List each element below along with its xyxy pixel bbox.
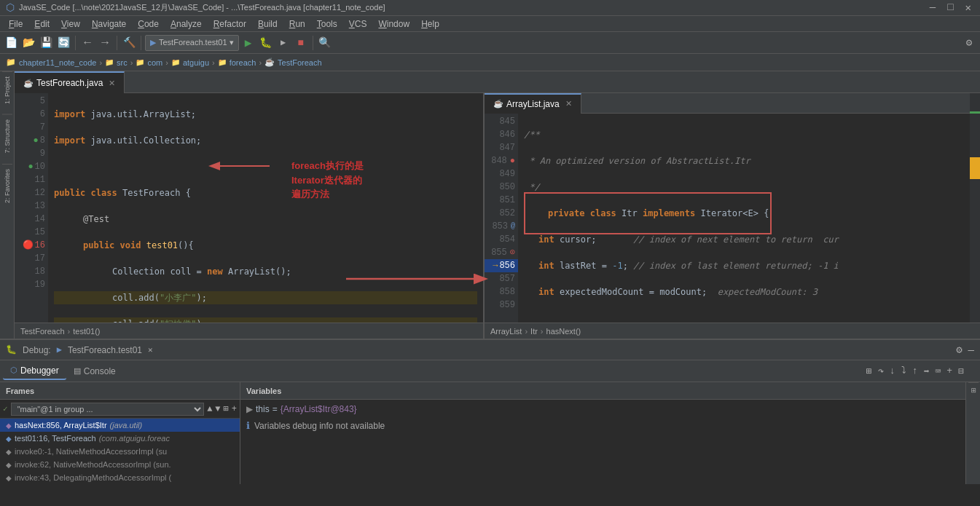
rcode-850: int lastRet = -1; // index of last eleme… [524,259,964,272]
maximize-button[interactable]: □ [944,1,956,14]
debug-label: Debug: [23,345,51,355]
frame-item-invoke43[interactable]: ◆ invoke:43, DelegatingMethodAccessorImp… [0,471,240,484]
app-icon: ⬡ [6,1,15,14]
breadcrumb-icon-foreach: 📁 [218,58,227,66]
gutter-5: 5 [15,95,48,108]
breadcrumb-testforeach[interactable]: TestForeach [278,58,322,67]
gutter-859: 859 [485,299,518,312]
menu-run[interactable]: Run [283,17,311,31]
title-controls[interactable]: — □ ✕ [927,1,974,14]
rcode-849: int cursor; // index of next element to … [524,233,964,246]
frame-item-hasnext[interactable]: ◆ hasNext:856, ArrayList$Itr (java.util) [0,419,240,432]
frames-list: ◆ hasNext:856, ArrayList$Itr (java.util)… [0,419,240,484]
breadcrumb-atguigu[interactable]: atguigu [183,58,209,67]
frame-item-invoke62[interactable]: ◆ invoke:62, NativeMethodAccessorImpl (s… [0,458,240,471]
debug-show-frames-btn[interactable]: ⊞ [863,364,875,379]
toolbar-sync-btn[interactable]: 🔄 [55,35,71,51]
breadcrumb-src[interactable]: src [117,58,128,67]
frames-nav-down[interactable]: ▼ [215,404,220,414]
tab-testforeach[interactable]: ☕ TestForeach.java ✕ [15,71,125,93]
debug-step-out-btn[interactable]: ↑ [909,364,921,378]
toolbar-build-btn[interactable]: 🔨 [121,35,137,51]
toolbar-sep1 [75,36,76,50]
toolbar: 📄 📂 💾 🔄 ← → 🔨 ▶ TestForeach.test01 ▾ ▶ 🐛… [0,32,980,54]
title-left: ⬡ JavaSE_Code [...\note\2021JavaSE_12月\J… [6,1,385,14]
toolbar-search-btn[interactable]: 🔍 [317,35,333,51]
debug-right-tab[interactable]: ⊞ [968,382,979,398]
tab-arraylist-close[interactable]: ✕ [565,99,572,108]
toolbar-forward-btn[interactable]: → [97,35,113,51]
menu-help[interactable]: Help [415,17,445,31]
gutter-16: 🔴16 [15,239,48,252]
debug-step-into-my-btn[interactable]: ⤵ [898,364,909,378]
stop-btn[interactable]: ■ [293,35,309,51]
frames-add-btn[interactable]: + [232,404,237,414]
var-this[interactable]: ▶ this = {ArrayList$Itr@843} [246,403,960,416]
debug-run-label[interactable]: TestForeach.test01 [68,345,142,355]
debug-evaluate-btn[interactable]: ⌨ [933,364,944,379]
debug-step-into-btn[interactable]: ↓ [887,364,898,378]
menu-navigate[interactable]: Navigate [86,17,132,31]
code-line-7 [54,160,477,173]
gutter-851: 851 [485,194,518,207]
menu-vcs[interactable]: VCS [343,17,373,31]
menu-refactor[interactable]: Refactor [208,17,252,31]
debug-icon: 🐛 [6,344,17,355]
left-code-breadcrumb: TestForeach › test01() [15,323,483,339]
minimize-button[interactable]: — [927,1,938,14]
frames-filter-btn[interactable]: ⊞ [224,403,229,414]
menu-window[interactable]: Window [372,17,415,31]
toolbar-new-btn[interactable]: 📄 [3,35,19,51]
breadcrumb-foreach[interactable]: foreach [230,58,256,67]
left-code-content[interactable]: import java.util.ArrayList; import java.… [48,93,483,323]
debug-header: 🐛 Debug: ▶ TestForeach.test01 ✕ ⚙ — [0,340,980,360]
run-btn[interactable]: ▶ [240,35,256,51]
breadcrumb-chapter11[interactable]: chapter11_note_code [19,58,96,67]
debug-restore-layout-btn[interactable]: ⊟ [955,364,967,379]
left-gutter: 5 6 7 ●8 9 ●10 11 12 13 14 15 🔴16 17 18 [15,93,48,323]
vars-panel: Variables ▶ this = {ArrayList$Itr@843} ℹ… [240,382,965,484]
frames-nav-up[interactable]: ▲ [207,404,212,414]
frame-item-test01[interactable]: ◆ test01:16, TestForeach (com.atguigu.fo… [0,432,240,445]
toolbar-save-btn[interactable]: 💾 [38,35,54,51]
menu-analyze[interactable]: Analyze [165,17,208,31]
vars-content: ▶ this = {ArrayList$Itr@843} ℹ Variables… [240,400,965,484]
debug-btn[interactable]: 🐛 [258,35,274,51]
close-button[interactable]: ✕ [963,1,974,14]
menu-file[interactable]: File [3,17,28,31]
tab-arraylist[interactable]: ☕ ArrayList.java ✕ [485,93,581,114]
breadcrumb-icon-file: ☕ [264,58,275,67]
toolbar-open-btn[interactable]: 📂 [20,35,36,51]
gutter-846: 846 [485,128,518,141]
menu-build[interactable]: Build [252,17,283,31]
debug-run-cursor-btn[interactable]: ➡ [921,364,933,379]
project-tab[interactable]: 1: Project [2,71,12,108]
run-coverage-btn[interactable]: ▶ [275,35,291,51]
toolbar-back-btn[interactable]: ← [79,35,95,51]
thread-dropdown[interactable]: "main"@1 in group ... [11,403,205,416]
gutter-847: 847 [485,141,518,154]
debug-add-watch-btn[interactable]: + [944,364,955,378]
debug-tab-debugger[interactable]: ⬡ Debugger [3,363,66,380]
menu-view[interactable]: View [55,17,86,31]
toolbar-sep4 [313,36,313,50]
gutter-15: 15 [15,226,48,239]
debug-tab-console[interactable]: ▤ Console [66,363,123,379]
menu-tools[interactable]: Tools [311,17,343,31]
right-scrollbar[interactable] [970,114,980,323]
tab-testforeach-close[interactable]: ✕ [109,79,115,88]
debug-minimize-btn[interactable]: — [968,344,974,356]
structure-tab[interactable]: 7: Structure [2,114,12,158]
debug-settings-btn[interactable]: ⚙ [956,344,962,356]
gutter-858: 858 [485,285,518,299]
menu-code[interactable]: Code [132,17,165,31]
var-expand-icon[interactable]: ▶ [246,404,253,414]
frame-item-invoke0[interactable]: ◆ invoke0:-1, NativeMethodAccessorImpl (… [0,445,240,458]
right-code-content[interactable]: /** * An optimized version of AbstractLi… [518,114,970,323]
run-config-dropdown[interactable]: ▶ TestForeach.test01 ▾ [145,35,239,51]
favorites-tab[interactable]: 2: Favorites [2,164,12,207]
debug-step-over-btn[interactable]: ↷ [875,363,887,379]
toolbar-settings-btn[interactable]: ⚙ [961,35,977,51]
menu-edit[interactable]: Edit [28,17,55,31]
breadcrumb-com[interactable]: com [147,58,162,67]
